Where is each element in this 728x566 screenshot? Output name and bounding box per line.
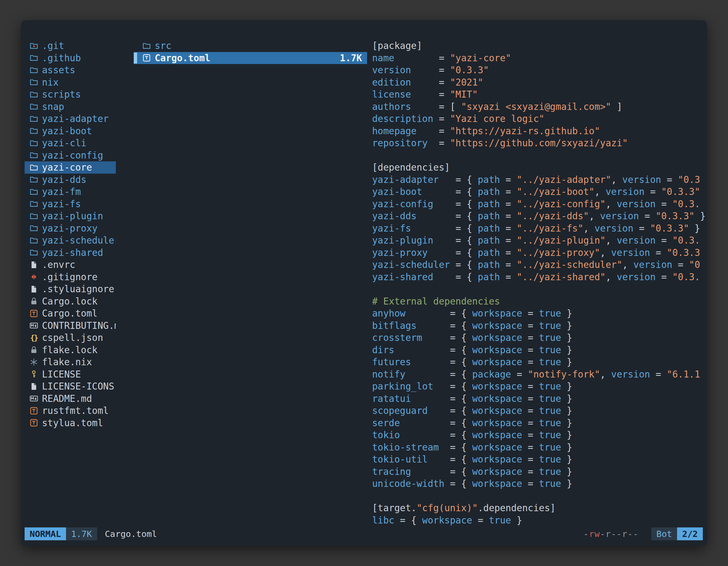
file-name: yazi-adapter xyxy=(42,113,109,124)
file-row-license-icons[interactable]: LICENSE-ICONS xyxy=(25,380,116,393)
folder-icon xyxy=(29,66,38,75)
file-name: yazi-cli xyxy=(42,138,86,149)
file-row--github[interactable]: .github xyxy=(25,52,116,64)
preview-line xyxy=(372,149,706,162)
file-row-cargo-lock[interactable]: Cargo.lock xyxy=(25,295,116,307)
preview-line: repository = "https://github.com/sxyazi/… xyxy=(372,137,706,149)
file-name: assets xyxy=(42,65,75,76)
preview-line: yazi-boot = { path = "../yazi-boot", ver… xyxy=(372,186,706,198)
cursor-count-badge: 2/2 xyxy=(677,527,703,540)
nix-icon xyxy=(29,358,38,366)
file-name: Cargo.toml xyxy=(155,53,210,64)
file-row-yazi-shared[interactable]: yazi-shared xyxy=(25,247,116,259)
file-name: yazi-core xyxy=(42,162,92,173)
file-row--gitignore[interactable]: .gitignore xyxy=(25,271,116,283)
folder-icon xyxy=(29,200,38,208)
selection-marker xyxy=(134,53,137,64)
preview-line: edition = "2021" xyxy=(372,76,706,89)
markdown-icon xyxy=(29,321,38,330)
file-row-yazi-adapter[interactable]: yazi-adapter xyxy=(25,113,116,125)
file-row-yazi-core[interactable]: yazi-core xyxy=(25,161,116,174)
folder-icon xyxy=(29,187,38,196)
folder-icon xyxy=(29,78,38,87)
preview-line: tokio = { workspace = true } xyxy=(372,429,706,441)
folder-icon xyxy=(142,41,151,50)
preview-line: yazi-proxy = { path = "../yazi-proxy", v… xyxy=(372,247,706,259)
file-name: yazi-fm xyxy=(42,186,81,197)
file-row-cspell-json[interactable]: {}cspell.json xyxy=(25,332,116,344)
file-row-yazi-fs[interactable]: yazi-fs xyxy=(25,198,116,210)
file-row-readme-md[interactable]: README.md xyxy=(25,393,116,405)
preview-line: bitflags = { workspace = true } xyxy=(372,319,706,332)
preview-line: notify = { package = "notify-fork", vers… xyxy=(372,368,706,380)
file-name: flake.lock xyxy=(42,344,98,355)
file-row-yazi-dds[interactable]: yazi-dds xyxy=(25,174,116,186)
file-name: snap xyxy=(42,101,64,112)
file-row-assets[interactable]: assets xyxy=(25,64,116,76)
file-name: stylua.toml xyxy=(42,417,103,428)
file-row-license[interactable]: LICENSE xyxy=(25,368,116,380)
file-name: flake.nix xyxy=(42,356,92,367)
file-name: CONTRIBUTING.md xyxy=(42,320,116,331)
folder-icon xyxy=(29,114,38,123)
file-row-yazi-scheduler[interactable]: yazi-scheduler xyxy=(25,234,116,247)
file-name: src xyxy=(155,40,172,51)
mode-badge: NORMAL xyxy=(25,527,66,540)
file-row-cargo-toml[interactable]: Cargo.toml xyxy=(25,307,116,319)
file-name: nix xyxy=(42,77,59,88)
file-size-badge: 1.7K xyxy=(66,527,97,540)
preview-line: parking_lot = { workspace = true } xyxy=(372,380,706,393)
preview-line: dirs = { workspace = true } xyxy=(372,344,706,356)
preview-line: futures = { workspace = true } xyxy=(372,356,706,368)
lock-icon xyxy=(29,345,38,354)
file-row-yazi-fm[interactable]: yazi-fm xyxy=(25,186,116,198)
folder-icon xyxy=(29,102,38,111)
folder-icon xyxy=(29,212,38,221)
perm-prefix: - xyxy=(583,529,589,539)
terminal-window: .git.githubassetsnixscriptssnapyazi-adap… xyxy=(21,20,707,546)
file-name: scripts xyxy=(42,89,81,100)
status-bar: NORMAL 1.7K Cargo.toml -rw-r--r-- Bot 2/… xyxy=(25,527,703,540)
perm-suffix: -r--r-- xyxy=(600,529,638,539)
file-row-contributing-md[interactable]: CONTRIBUTING.md xyxy=(25,319,116,332)
preview-line: serde = { workspace = true } xyxy=(372,417,706,429)
file-row-yazi-plugin[interactable]: yazi-plugin xyxy=(25,210,116,222)
file-row-cargo-toml[interactable]: Cargo.toml1.7K xyxy=(134,52,367,64)
preview-line: crossterm = { workspace = true } xyxy=(372,332,706,344)
file-row--styluaignore[interactable]: .styluaignore xyxy=(25,283,116,295)
file-row-yazi-proxy[interactable]: yazi-proxy xyxy=(25,222,116,235)
folder-icon xyxy=(29,236,38,245)
file-row-flake-lock[interactable]: flake.lock xyxy=(25,344,116,356)
file-row-scripts[interactable]: scripts xyxy=(25,88,116,101)
file-row-rustfmt-toml[interactable]: rustfmt.toml xyxy=(25,405,116,417)
preview-line: unicode-width = { workspace = true } xyxy=(372,478,706,490)
preview-line: libc = { workspace = true } xyxy=(372,514,706,527)
file-icon xyxy=(29,261,38,269)
preview-line: yazi-adapter = { path = "../yazi-adapter… xyxy=(372,174,706,186)
file-row-flake-nix[interactable]: flake.nix xyxy=(25,356,116,368)
file-row-snap[interactable]: snap xyxy=(25,101,116,113)
file-row--git[interactable]: .git xyxy=(25,40,116,52)
file-name: yazi-config xyxy=(42,150,103,161)
file-row-yazi-boot[interactable]: yazi-boot xyxy=(25,125,116,137)
preview-line: # External dependencies xyxy=(372,295,706,307)
file-row-stylua-toml[interactable]: stylua.toml xyxy=(25,417,116,429)
current-pane: srcCargo.toml1.7K xyxy=(134,40,367,529)
file-permissions: -rw-r--r-- xyxy=(583,529,638,539)
file-name: yazi-dds xyxy=(42,174,86,185)
preview-line: description = "Yazi core logic" xyxy=(372,113,706,125)
file-row-yazi-cli[interactable]: yazi-cli xyxy=(25,137,116,149)
folder-icon xyxy=(29,175,38,184)
file-name: .envrc xyxy=(42,259,75,270)
file-row-src[interactable]: src xyxy=(134,40,367,52)
markdown-icon xyxy=(29,394,38,403)
preview-line: yazi-config = { path = "../yazi-config",… xyxy=(372,198,706,210)
file-row--envrc[interactable]: .envrc xyxy=(25,259,116,271)
file-row-yazi-config[interactable]: yazi-config xyxy=(25,149,116,162)
folder-icon xyxy=(29,224,38,233)
scroll-position-badge: Bot xyxy=(651,527,677,540)
file-row-nix[interactable]: nix xyxy=(25,76,116,89)
preview-line: yazi-shared = { path = "../yazi-shared",… xyxy=(372,271,706,283)
preview-line: license = "MIT" xyxy=(372,88,706,101)
file-name: yazi-shared xyxy=(42,247,103,258)
